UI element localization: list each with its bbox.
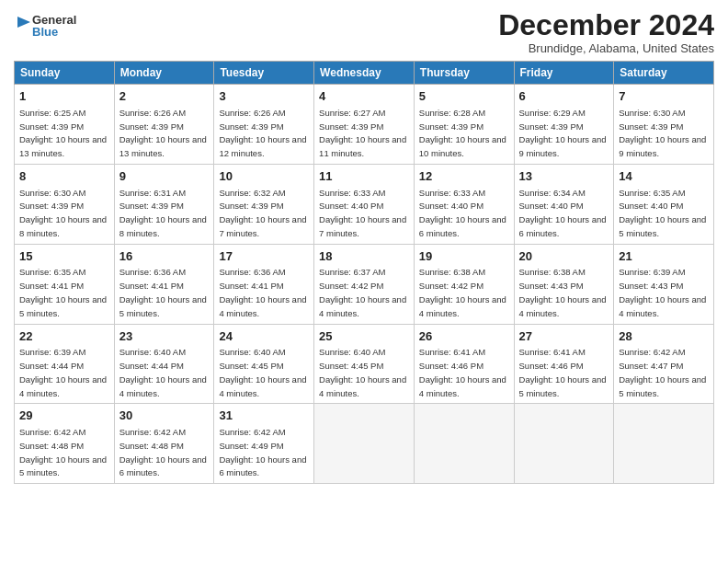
day-header-friday: Friday [514, 62, 614, 85]
day-number: 28 [619, 328, 709, 345]
day-number: 7 [619, 88, 709, 105]
day-header-monday: Monday [114, 62, 214, 85]
logo-container: General Blue [14, 9, 76, 42]
logo: General Blue [14, 9, 76, 42]
day-info: Sunrise: 6:39 AM Sunset: 4:43 PM Dayligh… [619, 267, 706, 317]
day-number: 27 [519, 328, 609, 345]
day-info: Sunrise: 6:26 AM Sunset: 4:39 PM Dayligh… [119, 108, 207, 158]
calendar-week-3: 15Sunrise: 6:35 AM Sunset: 4:41 PM Dayli… [15, 244, 714, 324]
calendar-cell: 4Sunrise: 6:27 AM Sunset: 4:39 PM Daylig… [314, 85, 415, 165]
calendar-cell: 9Sunrise: 6:31 AM Sunset: 4:39 PM Daylig… [114, 164, 214, 244]
day-number: 16 [119, 248, 210, 265]
svg-marker-0 [17, 17, 30, 28]
day-info: Sunrise: 6:42 AM Sunset: 4:48 PM Dayligh… [119, 427, 207, 477]
calendar-cell: 27Sunrise: 6:41 AM Sunset: 4:46 PM Dayli… [514, 324, 614, 404]
page: General Blue December 2024 Brundidge, Al… [0, 0, 728, 493]
header: General Blue December 2024 Brundidge, Al… [14, 9, 714, 55]
day-info: Sunrise: 6:40 AM Sunset: 4:45 PM Dayligh… [219, 347, 306, 397]
calendar-cell: 30Sunrise: 6:42 AM Sunset: 4:48 PM Dayli… [114, 404, 214, 484]
calendar-week-2: 8Sunrise: 6:30 AM Sunset: 4:39 PM Daylig… [15, 164, 714, 244]
day-number: 22 [19, 328, 109, 345]
day-header-sunday: Sunday [15, 62, 115, 85]
day-info: Sunrise: 6:40 AM Sunset: 4:45 PM Dayligh… [319, 347, 406, 397]
calendar-cell: 5Sunrise: 6:28 AM Sunset: 4:39 PM Daylig… [414, 85, 514, 165]
day-info: Sunrise: 6:32 AM Sunset: 4:39 PM Dayligh… [219, 188, 306, 238]
subtitle: Brundidge, Alabama, United States [498, 41, 714, 55]
day-info: Sunrise: 6:25 AM Sunset: 4:39 PM Dayligh… [19, 108, 107, 158]
day-number: 14 [619, 168, 709, 185]
calendar-cell [414, 404, 514, 484]
calendar-week-5: 29Sunrise: 6:42 AM Sunset: 4:48 PM Dayli… [15, 404, 714, 484]
day-header-wednesday: Wednesday [314, 62, 415, 85]
day-info: Sunrise: 6:33 AM Sunset: 4:40 PM Dayligh… [319, 188, 406, 238]
day-info: Sunrise: 6:30 AM Sunset: 4:39 PM Dayligh… [619, 108, 706, 158]
day-number: 2 [119, 88, 210, 105]
day-info: Sunrise: 6:41 AM Sunset: 4:46 PM Dayligh… [419, 347, 506, 397]
calendar-cell: 22Sunrise: 6:39 AM Sunset: 4:44 PM Dayli… [15, 324, 115, 404]
day-number: 8 [19, 168, 109, 185]
day-number: 13 [519, 168, 609, 185]
day-number: 17 [219, 248, 309, 265]
calendar-cell: 3Sunrise: 6:26 AM Sunset: 4:39 PM Daylig… [214, 85, 314, 165]
calendar-cell: 25Sunrise: 6:40 AM Sunset: 4:45 PM Dayli… [314, 324, 415, 404]
day-info: Sunrise: 6:26 AM Sunset: 4:39 PM Dayligh… [219, 108, 306, 158]
calendar-cell: 24Sunrise: 6:40 AM Sunset: 4:45 PM Dayli… [214, 324, 314, 404]
day-number: 23 [119, 328, 210, 345]
logo-blue: Blue [32, 26, 76, 38]
day-number: 30 [119, 408, 210, 424]
calendar-cell: 16Sunrise: 6:36 AM Sunset: 4:41 PM Dayli… [114, 244, 214, 324]
day-info: Sunrise: 6:27 AM Sunset: 4:39 PM Dayligh… [319, 108, 406, 158]
day-info: Sunrise: 6:42 AM Sunset: 4:48 PM Dayligh… [19, 427, 107, 477]
calendar-table: SundayMondayTuesdayWednesdayThursdayFrid… [14, 61, 714, 484]
day-info: Sunrise: 6:30 AM Sunset: 4:39 PM Dayligh… [19, 188, 107, 238]
day-number: 5 [419, 88, 509, 105]
month-title: December 2024 [498, 9, 714, 41]
calendar-cell: 18Sunrise: 6:37 AM Sunset: 4:42 PM Dayli… [314, 244, 415, 324]
logo-flag-icon [14, 9, 32, 42]
day-number: 3 [219, 88, 309, 105]
calendar-cell: 1Sunrise: 6:25 AM Sunset: 4:39 PM Daylig… [15, 85, 115, 165]
calendar-cell: 26Sunrise: 6:41 AM Sunset: 4:46 PM Dayli… [414, 324, 514, 404]
calendar-cell: 21Sunrise: 6:39 AM Sunset: 4:43 PM Dayli… [614, 244, 714, 324]
calendar-cell: 8Sunrise: 6:30 AM Sunset: 4:39 PM Daylig… [15, 164, 115, 244]
day-header-tuesday: Tuesday [214, 62, 314, 85]
day-info: Sunrise: 6:42 AM Sunset: 4:47 PM Dayligh… [619, 347, 706, 397]
calendar-cell: 11Sunrise: 6:33 AM Sunset: 4:40 PM Dayli… [314, 164, 415, 244]
calendar-cell: 10Sunrise: 6:32 AM Sunset: 4:39 PM Dayli… [214, 164, 314, 244]
calendar-week-4: 22Sunrise: 6:39 AM Sunset: 4:44 PM Dayli… [15, 324, 714, 404]
day-number: 9 [119, 168, 210, 185]
calendar-cell: 23Sunrise: 6:40 AM Sunset: 4:44 PM Dayli… [114, 324, 214, 404]
calendar-header: SundayMondayTuesdayWednesdayThursdayFrid… [15, 62, 714, 85]
day-number: 21 [619, 248, 709, 265]
day-number: 15 [19, 248, 109, 265]
calendar-cell: 20Sunrise: 6:38 AM Sunset: 4:43 PM Dayli… [514, 244, 614, 324]
day-number: 6 [519, 88, 609, 105]
calendar-cell: 15Sunrise: 6:35 AM Sunset: 4:41 PM Dayli… [15, 244, 115, 324]
calendar-cell: 14Sunrise: 6:35 AM Sunset: 4:40 PM Dayli… [614, 164, 714, 244]
day-number: 26 [419, 328, 509, 345]
day-info: Sunrise: 6:38 AM Sunset: 4:43 PM Dayligh… [519, 267, 607, 317]
day-info: Sunrise: 6:37 AM Sunset: 4:42 PM Dayligh… [319, 267, 406, 317]
calendar-cell [514, 404, 614, 484]
calendar-cell [614, 404, 714, 484]
day-info: Sunrise: 6:38 AM Sunset: 4:42 PM Dayligh… [419, 267, 506, 317]
calendar-cell: 28Sunrise: 6:42 AM Sunset: 4:47 PM Dayli… [614, 324, 714, 404]
day-info: Sunrise: 6:35 AM Sunset: 4:41 PM Dayligh… [19, 267, 107, 317]
calendar-cell: 7Sunrise: 6:30 AM Sunset: 4:39 PM Daylig… [614, 85, 714, 165]
calendar-cell: 19Sunrise: 6:38 AM Sunset: 4:42 PM Dayli… [414, 244, 514, 324]
day-number: 25 [319, 328, 409, 345]
day-info: Sunrise: 6:29 AM Sunset: 4:39 PM Dayligh… [519, 108, 607, 158]
day-number: 10 [219, 168, 309, 185]
calendar-cell: 12Sunrise: 6:33 AM Sunset: 4:40 PM Dayli… [414, 164, 514, 244]
calendar-cell: 6Sunrise: 6:29 AM Sunset: 4:39 PM Daylig… [514, 85, 614, 165]
calendar-cell: 13Sunrise: 6:34 AM Sunset: 4:40 PM Dayli… [514, 164, 614, 244]
day-info: Sunrise: 6:42 AM Sunset: 4:49 PM Dayligh… [219, 427, 306, 477]
day-info: Sunrise: 6:36 AM Sunset: 4:41 PM Dayligh… [119, 267, 207, 317]
day-number: 1 [19, 88, 109, 105]
calendar-week-1: 1Sunrise: 6:25 AM Sunset: 4:39 PM Daylig… [15, 85, 714, 165]
header-row: SundayMondayTuesdayWednesdayThursdayFrid… [15, 62, 714, 85]
title-block: December 2024 Brundidge, Alabama, United… [498, 9, 714, 55]
day-number: 11 [319, 168, 409, 185]
day-info: Sunrise: 6:35 AM Sunset: 4:40 PM Dayligh… [619, 188, 706, 238]
day-number: 18 [319, 248, 409, 265]
